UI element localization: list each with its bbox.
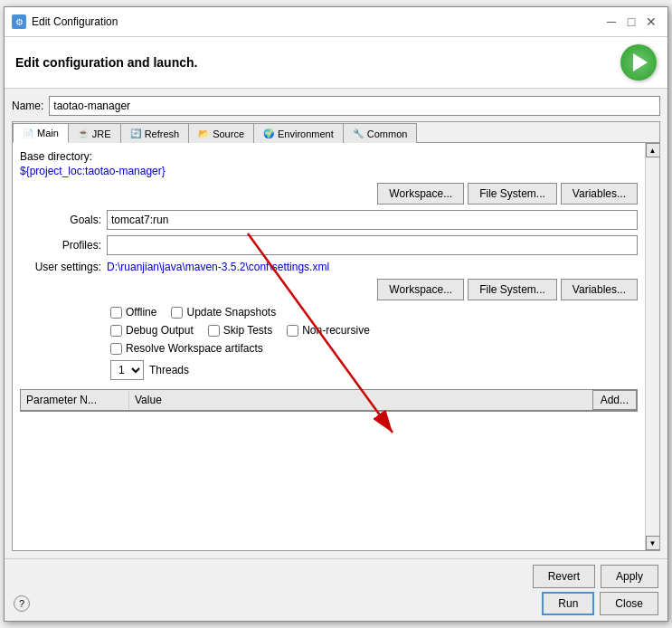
name-input[interactable] xyxy=(49,96,660,116)
base-directory-value: ${project_loc:taotao-manager} xyxy=(20,165,638,177)
update-snapshots-checkbox-item: Update Snapshots xyxy=(171,306,276,319)
scroll-up-arrow[interactable]: ▲ xyxy=(646,143,660,157)
update-snapshots-label: Update Snapshots xyxy=(186,306,276,319)
base-directory-section: Base directory: ${project_loc:taotao-man… xyxy=(20,150,638,177)
checkboxes-row-3: Resolve Workspace artifacts xyxy=(20,342,638,355)
bottom-bar: Revert Apply ? Run Close xyxy=(5,558,667,621)
debug-output-checkbox[interactable] xyxy=(110,325,122,337)
threads-row: 1 2 4 Threads xyxy=(20,360,638,380)
goals-input[interactable] xyxy=(107,210,638,230)
variables-button-2[interactable]: Variables... xyxy=(561,279,638,300)
tab-source-label: Source xyxy=(213,128,244,139)
user-settings-row: User settings: D:\ruanjian\java\maven-3.… xyxy=(20,261,638,273)
debug-output-label: Debug Output xyxy=(126,324,194,337)
bottom-action-row: ? Run Close xyxy=(14,592,658,615)
table-header-row: Parameter N... Value Add... xyxy=(21,390,637,411)
tab-common[interactable]: 🔧 Common xyxy=(343,123,418,143)
header-area: Edit configuration and launch. xyxy=(5,37,667,89)
config-icon: ⚙ xyxy=(12,14,26,29)
variables-button-1[interactable]: Variables... xyxy=(561,183,638,205)
close-button[interactable]: Close xyxy=(600,592,658,615)
non-recursive-checkbox[interactable] xyxy=(287,325,298,337)
profiles-label: Profiles: xyxy=(20,239,101,252)
value-col: Value xyxy=(129,391,592,409)
source-tab-icon: 📂 xyxy=(198,128,209,138)
parameter-table: Parameter N... Value Add... xyxy=(20,389,638,412)
user-settings-value: D:\ruanjian\java\maven-3.5.2\conf\settin… xyxy=(107,261,638,273)
name-label: Name: xyxy=(12,100,43,112)
checkboxes-row-2: Debug Output Skip Tests Non-recursive xyxy=(20,324,638,337)
jre-tab-icon: ☕ xyxy=(78,128,89,138)
goals-label: Goals: xyxy=(20,214,101,226)
tab-content-area: Base directory: ${project_loc:taotao-man… xyxy=(13,143,659,550)
resolve-workspace-checkbox[interactable] xyxy=(110,343,122,355)
base-directory-label: Base directory: xyxy=(20,150,638,163)
tab-common-label: Common xyxy=(367,128,408,139)
workspace-button-2[interactable]: Workspace... xyxy=(377,279,464,300)
minimize-button[interactable]: ─ xyxy=(602,13,620,31)
skip-tests-checkbox[interactable] xyxy=(208,325,220,337)
debug-output-checkbox-item: Debug Output xyxy=(110,324,194,337)
dialog: ⚙ Edit Configuration ─ □ ✕ Edit configur… xyxy=(4,6,668,622)
file-system-button-2[interactable]: File System... xyxy=(468,279,557,300)
non-recursive-label: Non-recursive xyxy=(302,324,370,337)
name-row: Name: xyxy=(12,96,660,116)
run-close-row: Run Close xyxy=(542,592,658,615)
workspace-button-1[interactable]: Workspace... xyxy=(377,183,464,205)
refresh-tab-icon: 🔄 xyxy=(130,128,141,138)
scroll-down-arrow[interactable]: ▼ xyxy=(646,536,660,550)
close-window-button[interactable]: ✕ xyxy=(642,13,660,31)
user-settings-btn-row: Workspace... File System... Variables... xyxy=(20,279,638,300)
checkboxes-row-1: Offline Update Snapshots xyxy=(20,306,638,319)
profiles-input[interactable] xyxy=(107,235,638,255)
param-name-col: Parameter N... xyxy=(21,391,129,409)
dialog-title: Edit Configuration xyxy=(32,15,118,28)
revert-button[interactable]: Revert xyxy=(533,565,595,588)
threads-label: Threads xyxy=(149,364,189,376)
common-tab-icon: 🔧 xyxy=(353,128,364,138)
tab-env-label: Environment xyxy=(278,128,334,139)
main-tab-icon: 📄 xyxy=(23,128,33,138)
skip-tests-label: Skip Tests xyxy=(223,324,272,337)
file-system-button-1[interactable]: File System... xyxy=(468,183,557,205)
non-recursive-checkbox-item: Non-recursive xyxy=(287,324,370,337)
main-content: Name: 📄 Main ☕ JRE 🔄 Refresh 📂 xyxy=(5,89,667,558)
title-bar-left: ⚙ Edit Configuration xyxy=(12,14,118,29)
tab-source[interactable]: 📂 Source xyxy=(188,123,254,143)
tab-jre[interactable]: ☕ JRE xyxy=(68,123,121,143)
user-settings-label: User settings: xyxy=(20,261,101,273)
tab-environment[interactable]: 🌍 Environment xyxy=(253,123,344,143)
apply-button[interactable]: Apply xyxy=(601,565,658,588)
run-button[interactable]: Run xyxy=(542,592,594,615)
add-button[interactable]: Add... xyxy=(592,390,637,410)
maximize-button[interactable]: □ xyxy=(622,13,640,31)
resolve-workspace-checkbox-item: Resolve Workspace artifacts xyxy=(110,342,263,355)
help-icon[interactable]: ? xyxy=(14,595,30,612)
tab-jre-label: JRE xyxy=(92,128,111,139)
table-columns: Parameter N... Value xyxy=(21,391,592,409)
title-bar: ⚙ Edit Configuration ─ □ ✕ xyxy=(5,7,667,37)
offline-checkbox-item: Offline xyxy=(110,306,156,319)
update-snapshots-checkbox[interactable] xyxy=(171,307,183,319)
env-tab-icon: 🌍 xyxy=(263,128,274,138)
threads-select[interactable]: 1 2 4 xyxy=(110,360,144,380)
tab-main[interactable]: 📄 Main xyxy=(13,123,69,143)
tab-refresh[interactable]: 🔄 Refresh xyxy=(120,123,190,143)
offline-label: Offline xyxy=(126,306,156,319)
top-action-row: Revert Apply xyxy=(14,565,658,588)
tabs-area: 📄 Main ☕ JRE 🔄 Refresh 📂 Source 🌍 xyxy=(12,121,660,551)
resolve-workspace-label: Resolve Workspace artifacts xyxy=(126,342,263,355)
tab-main-label: Main xyxy=(37,128,59,138)
base-dir-btn-row: Workspace... File System... Variables... xyxy=(20,183,638,205)
offline-checkbox[interactable] xyxy=(110,307,122,319)
main-tab-content: Base directory: ${project_loc:taotao-man… xyxy=(13,143,645,550)
run-icon xyxy=(620,44,657,81)
goals-row: Goals: xyxy=(20,210,638,230)
skip-tests-checkbox-item: Skip Tests xyxy=(208,324,272,337)
tab-refresh-label: Refresh xyxy=(145,128,180,139)
profiles-row: Profiles: xyxy=(20,235,638,255)
header-title: Edit configuration and launch. xyxy=(15,55,197,70)
title-controls: ─ □ ✕ xyxy=(602,13,660,31)
scrollbar[interactable]: ▲ ▼ xyxy=(645,143,659,550)
tabs-bar: 📄 Main ☕ JRE 🔄 Refresh 📂 Source 🌍 xyxy=(13,122,659,143)
